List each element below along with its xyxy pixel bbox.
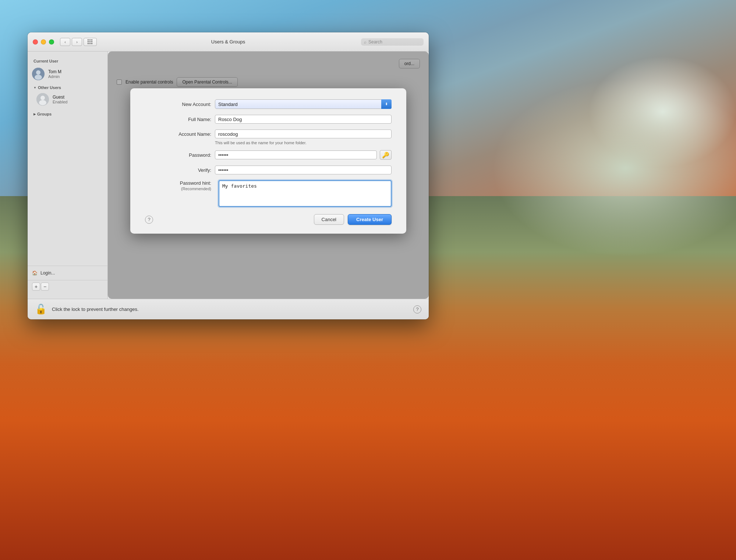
sidebar-controls: + −	[28, 280, 107, 293]
triangle-icon: ▼	[33, 86, 36, 89]
add-user-button[interactable]: +	[32, 283, 40, 291]
dialog-overlay: New Account: Administrator Standard Mana…	[108, 52, 429, 299]
verify-input[interactable]	[215, 166, 392, 174]
search-box[interactable]: ⌕ Search	[361, 38, 424, 46]
lock-label: Click the lock to prevent further change…	[52, 306, 139, 312]
account-type-select[interactable]: Administrator Standard Managed with Pare…	[215, 99, 392, 109]
password-label: Password:	[145, 152, 211, 158]
create-user-button[interactable]: Create User	[348, 214, 392, 225]
password-row: Password: 🔑	[145, 150, 392, 160]
other-users-header[interactable]: ▼ Other Users	[33, 84, 102, 91]
add-icon: +	[35, 284, 38, 289]
guest-name: Guest	[53, 95, 67, 100]
sidebar-item-guest[interactable]: Guest Enabled	[33, 91, 102, 107]
account-name-label: Account Name:	[145, 131, 211, 137]
guest-role: Enabled	[53, 100, 67, 104]
search-icon: ⌕	[364, 40, 367, 44]
password-hint-label: Password hint:	[145, 180, 211, 186]
tom-name: Tom M	[48, 69, 61, 74]
bottom-bar: 🔓 Click the lock to prevent further chan…	[28, 299, 429, 319]
tom-info: Tom M Admin	[48, 69, 61, 79]
window-body: Current User Tom M Admin ▼ Othe	[28, 52, 429, 299]
main-window: ‹ › Users & Groups ⌕ Search Current User	[28, 32, 429, 319]
account-type-select-wrapper: Administrator Standard Managed with Pare…	[215, 99, 392, 109]
avatar-tom-icon	[32, 68, 45, 80]
verify-label: Verify:	[145, 167, 211, 173]
svg-point-5	[39, 100, 46, 105]
login-item[interactable]: 🏠 Login...	[32, 270, 103, 276]
dialog-help-button[interactable]: ?	[145, 216, 153, 224]
new-user-dialog: New Account: Administrator Standard Mana…	[130, 88, 406, 234]
dialog-footer: ? Cancel Create User	[145, 214, 392, 225]
key-button[interactable]: 🔑	[380, 150, 392, 160]
help-button[interactable]: ?	[413, 305, 421, 313]
help-icon: ?	[416, 306, 418, 312]
svg-point-2	[35, 75, 42, 80]
login-label: Login...	[40, 270, 55, 276]
minimize-button[interactable]	[41, 39, 46, 45]
new-account-row: New Account: Administrator Standard Mana…	[145, 99, 392, 109]
other-users-group: ▼ Other Users Guest Enabled	[28, 82, 107, 109]
password-hint-input[interactable]: My favorites	[219, 180, 392, 207]
avatar-tom	[32, 68, 45, 80]
full-name-row: Full Name:	[145, 115, 392, 124]
groups-label: Groups	[37, 112, 52, 116]
full-name-label: Full Name:	[145, 117, 211, 122]
account-name-hint: This will be used as the name for your h…	[215, 141, 392, 145]
main-content: ord... Enable parental controls Open Par…	[108, 52, 429, 299]
avatar-guest	[36, 93, 49, 106]
other-users-label: Other Users	[38, 85, 61, 90]
back-button[interactable]: ‹	[60, 38, 70, 46]
window-title: Users & Groups	[211, 39, 245, 45]
minus-icon: −	[43, 284, 46, 289]
guest-info: Guest Enabled	[53, 95, 67, 104]
lock-icon[interactable]: 🔓	[35, 304, 47, 315]
home-icon: 🏠	[32, 270, 38, 276]
forward-icon: ›	[76, 40, 78, 44]
svg-point-1	[36, 70, 40, 75]
svg-point-4	[40, 96, 45, 100]
sidebar-item-tom[interactable]: Tom M Admin	[28, 65, 107, 82]
key-icon: 🔑	[382, 152, 389, 159]
dialog-help-icon: ?	[148, 217, 150, 222]
account-name-row: Account Name:	[145, 130, 392, 138]
sidebar-bottom: 🏠 Login...	[28, 266, 107, 280]
sidebar: Current User Tom M Admin ▼ Othe	[28, 52, 108, 299]
forward-button[interactable]: ›	[72, 38, 82, 46]
nav-buttons: ‹ ›	[60, 38, 82, 46]
password-hint-sublabel: (Recommended)	[145, 187, 211, 191]
current-user-label: Current User	[28, 57, 107, 65]
grid-view-button[interactable]	[84, 38, 97, 46]
groups-triangle-icon: ▶	[33, 113, 36, 116]
password-input[interactable]	[215, 150, 377, 159]
groups-group: ▶ Groups	[28, 109, 107, 119]
password-hint-row: Password hint: (Recommended) My favorite…	[145, 180, 392, 207]
full-name-input[interactable]	[215, 115, 392, 124]
traffic-lights	[33, 39, 54, 45]
verify-row: Verify:	[145, 166, 392, 174]
title-bar: ‹ › Users & Groups ⌕ Search	[28, 32, 429, 52]
account-name-input[interactable]	[215, 130, 392, 138]
new-account-label: New Account:	[145, 102, 211, 107]
maximize-button[interactable]	[49, 39, 54, 45]
close-button[interactable]	[33, 39, 38, 45]
groups-header[interactable]: ▶ Groups	[33, 110, 102, 118]
grid-dots-icon	[88, 39, 93, 45]
avatar-guest-icon	[36, 93, 49, 106]
cancel-button[interactable]: Cancel	[314, 214, 344, 225]
remove-user-button[interactable]: −	[41, 283, 49, 291]
back-icon: ‹	[64, 40, 66, 44]
tom-role: Admin	[48, 74, 61, 79]
search-placeholder: Search	[368, 39, 382, 45]
